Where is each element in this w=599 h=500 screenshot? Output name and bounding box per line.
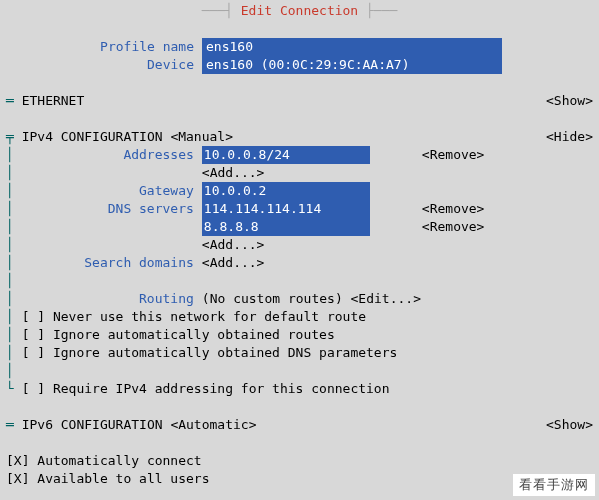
ipv6-section: ═ IPv6 CONFIGURATION <Automatic> <Show>: [6, 416, 593, 434]
dns-add-button[interactable]: <Add...>: [202, 236, 265, 254]
tree-pipe-icon: │: [6, 236, 14, 254]
ipv4-label: IPv4 CONFIGURATION: [22, 128, 163, 146]
routing-edit-button[interactable]: <Edit...>: [351, 290, 421, 308]
dns-remove-button-1[interactable]: <Remove>: [422, 218, 485, 236]
blank-pipe-row: │: [6, 272, 593, 290]
check-ignore-routes-row: │ [ ] Ignore automatically obtained rout…: [6, 326, 593, 344]
dns-remove-button-0[interactable]: <Remove>: [422, 200, 485, 218]
auto-connect-checkbox[interactable]: [X]: [6, 452, 29, 470]
avail-all-row: [X] Available to all users: [6, 470, 593, 488]
routing-label: Routing: [14, 290, 202, 308]
ethernet-label: ETHERNET: [22, 92, 85, 110]
search-domains-label: Search domains: [14, 254, 202, 272]
profile-name-label: Profile name: [6, 38, 202, 56]
tree-pipe-icon: │: [6, 344, 14, 362]
auto-connect-row: [X] Automatically connect: [6, 452, 593, 470]
ipv4-hide-button[interactable]: <Hide>: [546, 128, 593, 146]
address-remove-button-0[interactable]: <Remove>: [422, 146, 485, 164]
section-marker-icon: ═: [6, 92, 14, 110]
ignore-dns-label: Ignore automatically obtained DNS parame…: [53, 344, 397, 362]
ethernet-section: ═ ETHERNET <Show>: [6, 92, 593, 110]
dns-input-0[interactable]: 114.114.114.114: [202, 200, 370, 218]
auto-connect-label: Automatically connect: [37, 452, 201, 470]
section-marker-icon: ═: [6, 416, 14, 434]
dns-label: DNS servers: [14, 200, 202, 218]
device-input[interactable]: ens160 (00:0C:29:9C:AA:A7): [202, 56, 502, 74]
never-default-checkbox[interactable]: [ ]: [22, 308, 45, 326]
ipv4-mode-select[interactable]: <Manual>: [170, 128, 233, 146]
title-border-right: ├───: [358, 2, 397, 20]
dns-row-1: │ 8.8.8.8 <Remove>: [6, 218, 593, 236]
ipv6-mode-select[interactable]: <Automatic>: [170, 416, 256, 434]
ignore-dns-checkbox[interactable]: [ ]: [22, 344, 45, 362]
tree-pipe-icon: │: [6, 146, 14, 164]
title-border-left: ───┤: [202, 2, 241, 20]
check-ignore-dns-row: │ [ ] Ignore automatically obtained DNS …: [6, 344, 593, 362]
profile-name-row: Profile name ens160: [6, 38, 593, 56]
blank-pipe-row-2: │: [6, 362, 593, 380]
address-add-button[interactable]: <Add...>: [202, 164, 265, 182]
routing-row: │ Routing (No custom routes) <Edit...>: [6, 290, 593, 308]
require-ipv4-checkbox[interactable]: [ ]: [22, 380, 45, 398]
require-ipv4-label: Require IPv4 addressing for this connect…: [53, 380, 390, 398]
gateway-label: Gateway: [14, 182, 202, 200]
dns-add-row: │ <Add...>: [6, 236, 593, 254]
check-require-ipv4-row: └ [ ] Require IPv4 addressing for this c…: [6, 380, 593, 398]
tree-pipe-icon: │: [6, 308, 14, 326]
profile-name-input[interactable]: ens160: [202, 38, 502, 56]
check-never-default-row: │ [ ] Never use this network for default…: [6, 308, 593, 326]
search-domains-row: │ Search domains <Add...>: [6, 254, 593, 272]
title-text: Edit Connection: [241, 2, 358, 20]
gateway-row: │ Gateway 10.0.0.2: [6, 182, 593, 200]
window-title-bar: ───┤ Edit Connection ├───: [6, 2, 593, 20]
tree-pipe-icon: │: [6, 200, 14, 218]
addresses-row: │ Addresses 10.0.0.8/24 <Remove>: [6, 146, 593, 164]
tree-pipe-icon: │: [6, 326, 14, 344]
tree-pipe-icon: │: [6, 182, 14, 200]
watermark-text: 看看手游网: [513, 474, 595, 496]
tree-pipe-icon: │: [6, 290, 14, 308]
dns-input-1[interactable]: 8.8.8.8: [202, 218, 370, 236]
ethernet-show-button[interactable]: <Show>: [546, 92, 593, 110]
tree-pipe-icon: │: [6, 272, 14, 290]
dns-row-0: │ DNS servers 114.114.114.114 <Remove>: [6, 200, 593, 218]
avail-all-checkbox[interactable]: [X]: [6, 470, 29, 488]
ipv6-show-button[interactable]: <Show>: [546, 416, 593, 434]
ipv6-label: IPv6 CONFIGURATION: [22, 416, 163, 434]
search-domains-add-button[interactable]: <Add...>: [202, 254, 265, 272]
tree-pipe-icon: │: [6, 254, 14, 272]
tree-pipe-icon: │: [6, 164, 14, 182]
device-label: Device: [6, 56, 202, 74]
addresses-label: Addresses: [14, 146, 202, 164]
section-marker-icon: ╤: [6, 128, 14, 146]
tree-pipe-icon: │: [6, 362, 14, 380]
device-row: Device ens160 (00:0C:29:9C:AA:A7): [6, 56, 593, 74]
ipv4-section-header: ╤ IPv4 CONFIGURATION <Manual> <Hide>: [6, 128, 593, 146]
never-default-label: Never use this network for default route: [53, 308, 366, 326]
address-input-0[interactable]: 10.0.0.8/24: [202, 146, 370, 164]
gateway-input[interactable]: 10.0.0.2: [202, 182, 370, 200]
tree-corner-icon: └: [6, 380, 14, 398]
ignore-routes-checkbox[interactable]: [ ]: [22, 326, 45, 344]
tree-pipe-icon: │: [6, 218, 14, 236]
avail-all-label: Available to all users: [37, 470, 209, 488]
routing-status-text: (No custom routes): [202, 290, 343, 308]
ignore-routes-label: Ignore automatically obtained routes: [53, 326, 335, 344]
addresses-add-row: │ <Add...>: [6, 164, 593, 182]
